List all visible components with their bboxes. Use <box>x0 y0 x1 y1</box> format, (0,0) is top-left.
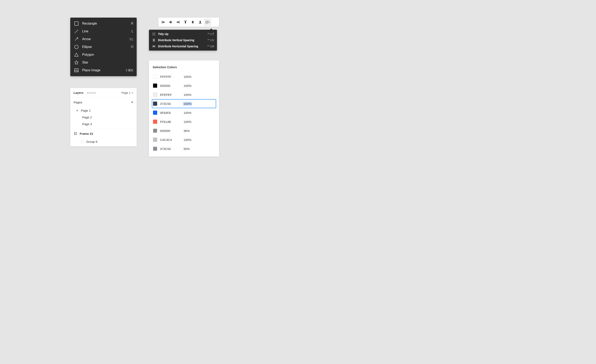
star-icon <box>74 59 79 65</box>
frame-label: Frame 21 <box>80 132 93 135</box>
color-opacity[interactable]: 100% <box>183 138 192 142</box>
color-hex[interactable]: FF614B <box>160 120 180 124</box>
svg-point-3 <box>74 45 78 49</box>
color-row[interactable]: 373C5050% <box>152 144 216 153</box>
color-hex[interactable]: 373C50 <box>160 147 180 150</box>
layer-row-group[interactable]: Group 9 <box>70 138 137 146</box>
color-row[interactable]: 000000100% <box>152 81 216 90</box>
shape-item-polygon[interactable]: Polygon <box>70 51 137 59</box>
color-hex[interactable]: 0F64FA <box>160 111 180 114</box>
color-opacity[interactable]: 36% <box>183 129 191 133</box>
align-toolbar <box>158 18 219 27</box>
distribute-more-button[interactable] <box>204 18 211 26</box>
color-hex[interactable]: 000000 <box>160 129 180 133</box>
color-hex[interactable]: 000000 <box>160 84 180 88</box>
shape-item-arrow[interactable]: Arrow ⇧L <box>70 35 137 43</box>
shape-label: Rectangle <box>82 22 131 25</box>
svg-marker-5 <box>74 61 78 64</box>
layers-panel-tabs: Layers Assets Page 1 <box>70 88 137 97</box>
color-row[interactable]: 373C50100% <box>152 99 216 108</box>
shape-shortcut: R <box>131 22 133 25</box>
add-page-button[interactable]: + <box>131 100 133 105</box>
shape-shortcut: L <box>132 30 133 33</box>
shape-item-rectangle[interactable]: Rectangle R <box>70 20 137 27</box>
shape-label: Star <box>82 61 133 64</box>
align-top-button[interactable] <box>182 18 189 26</box>
pages-header: Pages + <box>70 97 137 107</box>
svg-rect-15 <box>185 21 186 23</box>
color-hex[interactable]: 373C50 <box>160 102 180 105</box>
color-hex[interactable]: FFFFFF <box>160 75 180 78</box>
svg-line-1 <box>75 30 78 33</box>
svg-point-30 <box>154 33 154 33</box>
color-opacity[interactable]: 100% <box>183 102 192 106</box>
dist-h-icon <box>152 44 156 48</box>
dist-shortcut: ^⌥V <box>208 38 214 42</box>
svg-rect-11 <box>169 22 172 22</box>
color-swatch[interactable] <box>153 147 157 151</box>
svg-point-32 <box>153 34 153 34</box>
shape-item-line[interactable]: Line L <box>70 27 137 35</box>
color-swatch[interactable] <box>153 138 157 142</box>
svg-rect-39 <box>153 40 155 41</box>
color-hex[interactable]: EFEFEF <box>160 93 180 97</box>
dist-item-tidy-up[interactable]: Tidy Up ^⌥T <box>149 31 217 37</box>
svg-point-29 <box>153 33 153 33</box>
color-swatch[interactable] <box>153 111 157 115</box>
page-selector[interactable]: Page 1 <box>121 91 133 94</box>
shape-item-place-image[interactable]: Place Image ⇧⌘K <box>70 66 137 74</box>
page-row-2[interactable]: Page 2 <box>70 114 137 121</box>
color-row[interactable]: 00000036% <box>152 126 216 135</box>
shape-item-ellipse[interactable]: Ellipse O <box>70 43 137 51</box>
line-icon <box>74 29 79 34</box>
ellipse-icon <box>74 44 79 50</box>
color-row[interactable]: FFFFFF100% <box>152 72 216 81</box>
color-opacity[interactable]: 100% <box>183 75 192 79</box>
tab-assets[interactable]: Assets <box>87 91 96 94</box>
shape-shortcut: ⇧L <box>129 37 133 41</box>
color-swatch[interactable] <box>153 102 157 106</box>
color-row[interactable]: C4C4C4100% <box>152 135 216 144</box>
svg-rect-48 <box>81 141 83 143</box>
svg-rect-0 <box>74 22 78 25</box>
shape-item-star[interactable]: Star <box>70 59 137 66</box>
shape-label: Arrow <box>82 37 129 41</box>
color-swatch[interactable] <box>153 120 157 124</box>
dist-item-horizontal[interactable]: Distribute Horizontal Spacing ^⌥H <box>149 43 217 49</box>
page-row-3[interactable]: Page 3 <box>70 121 137 127</box>
svg-rect-6 <box>74 69 78 72</box>
svg-point-20 <box>206 21 206 22</box>
color-opacity[interactable]: 100% <box>183 120 192 124</box>
page-selector-label: Page 1 <box>121 91 131 94</box>
align-right-button[interactable] <box>174 18 182 26</box>
color-row[interactable]: 0F64FA100% <box>152 108 216 117</box>
tidy-icon <box>152 32 156 36</box>
page-row-1[interactable]: Page 1 <box>70 107 137 114</box>
color-swatch[interactable] <box>153 84 157 88</box>
tab-layers[interactable]: Layers <box>74 91 83 94</box>
color-swatch[interactable] <box>153 93 157 97</box>
color-swatch[interactable] <box>153 129 157 133</box>
color-row[interactable]: FF614B100% <box>152 117 216 126</box>
color-swatch[interactable] <box>153 74 157 79</box>
svg-point-35 <box>153 35 153 35</box>
color-opacity[interactable]: 50% <box>183 147 191 151</box>
svg-rect-13 <box>177 22 179 22</box>
shape-label: Line <box>82 30 132 33</box>
selection-colors-title: Selection Colors <box>152 65 216 72</box>
color-opacity[interactable]: 100% <box>183 93 192 97</box>
dist-item-vertical[interactable]: Distribute Vertical Spacing ^⌥V <box>149 37 217 43</box>
align-vcenter-button[interactable] <box>189 18 196 26</box>
arrow-icon <box>74 36 79 42</box>
dist-label: Distribute Vertical Spacing <box>158 38 208 42</box>
color-hex[interactable]: C4C4C4 <box>160 138 180 141</box>
align-bottom-button[interactable] <box>196 18 204 26</box>
align-left-button[interactable] <box>160 18 167 26</box>
shape-label: Place Image <box>82 68 125 72</box>
color-row[interactable]: EFEFEF100% <box>152 90 216 99</box>
layer-row-frame[interactable]: Frame 21 <box>70 129 137 138</box>
color-opacity[interactable]: 100% <box>183 84 192 88</box>
color-opacity[interactable]: 100% <box>183 111 192 115</box>
align-hcenter-button[interactable] <box>167 18 174 26</box>
svg-point-37 <box>155 35 155 35</box>
